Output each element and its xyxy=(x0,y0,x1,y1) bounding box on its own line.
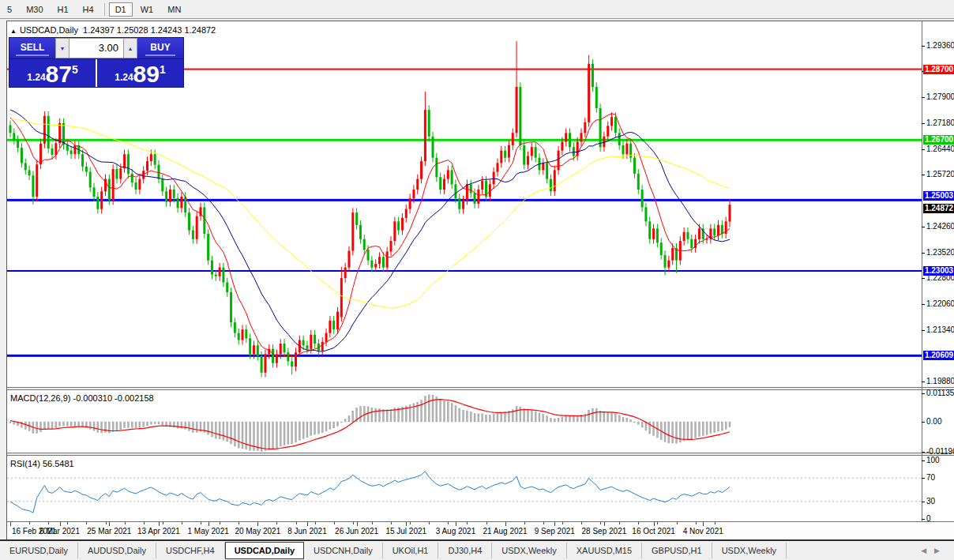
date-tick-mark xyxy=(654,522,655,526)
date-minor-tick xyxy=(600,522,601,524)
tab-usdchf-h4[interactable]: USDCHF,H4 xyxy=(156,543,225,558)
sell-price[interactable]: 1.24875 xyxy=(9,59,97,87)
tab-dj30-h4[interactable]: DJ30,H4 xyxy=(438,543,492,558)
rsi-tick-mark xyxy=(922,519,925,520)
timeframe-button-m30[interactable]: M30 xyxy=(20,2,49,17)
tab-gbpusd-h1[interactable]: GBPUSD,H1 xyxy=(642,543,712,558)
price-axis-label: 1.24260 xyxy=(926,222,954,231)
macd-axis-label: -0.01190 xyxy=(926,447,954,456)
date-minor-tick xyxy=(715,522,716,524)
tab-xauusd-m15[interactable]: XAUUSD,M15 xyxy=(567,543,642,558)
price-tick-mark xyxy=(922,304,925,305)
one-click-trade-panel: SELL ▼ 3.00 ▲ BUY 1.24875 1.24891 xyxy=(9,37,184,88)
timeframe-button-h4[interactable]: H4 xyxy=(77,2,100,17)
spinner-up-icon: ▲ xyxy=(128,46,133,51)
date-minor-tick xyxy=(86,522,87,524)
price-axis-label: 1.23520 xyxy=(926,248,954,257)
buy-button[interactable]: BUY xyxy=(137,38,183,58)
tab-scroll-left-icon[interactable]: ◀ xyxy=(921,547,934,554)
date-minor-tick xyxy=(353,522,354,524)
rsi-panel[interactable] xyxy=(7,456,922,521)
date-tick-mark xyxy=(456,522,456,526)
volume-decrease-button[interactable]: ▼ xyxy=(55,38,69,58)
tab-scroll-arrows: ◀▶ xyxy=(921,547,954,554)
volume-increase-button[interactable]: ▲ xyxy=(123,38,137,58)
date-minor-tick xyxy=(182,522,182,524)
date-tick-mark xyxy=(10,522,11,526)
tab-usdcnh-daily[interactable]: USDCNH,Daily xyxy=(304,543,383,558)
price-level-badge: 1.25003 xyxy=(923,191,954,201)
price-tick-mark xyxy=(922,149,925,150)
panel-collapse-icon[interactable]: ▲ xyxy=(10,28,17,35)
price-axis-label: 1.27180 xyxy=(926,118,954,127)
buy-price[interactable]: 1.24891 xyxy=(97,59,183,87)
volume-input[interactable]: 3.00 xyxy=(69,38,123,58)
date-axis[interactable]: 16 Feb 20216 Mar 202125 Mar 202113 Apr 2… xyxy=(7,521,954,540)
rsi-tick-mark xyxy=(922,460,925,461)
tab-usdx-weekly[interactable]: USDX,Weekly xyxy=(492,543,566,558)
price-level-badge: 1.28700 xyxy=(923,65,954,74)
tab-usdcad-daily[interactable]: USDCAD,Daily xyxy=(225,542,304,559)
rsi-axis-label: 0 xyxy=(926,514,931,523)
price-axis-label: 1.27900 xyxy=(926,92,954,101)
date-tick-mark xyxy=(257,522,258,526)
rsi-axis-label: 30 xyxy=(926,497,935,506)
timeframe-button-5[interactable]: 5 xyxy=(1,2,18,17)
tab-scroll-right-icon[interactable]: ▶ xyxy=(934,547,948,554)
date-tick-mark xyxy=(703,522,704,526)
chart-title: ▲USDCAD,Daily 1.24397 1.25028 1.24243 1.… xyxy=(10,25,216,35)
date-minor-tick xyxy=(638,522,639,524)
macd-tick-mark xyxy=(922,422,925,423)
chart-symbol-label: USDCAD,Daily xyxy=(20,25,78,35)
date-minor-tick xyxy=(334,522,335,524)
date-minor-tick xyxy=(448,522,449,524)
date-tick-mark xyxy=(604,522,605,526)
timeframe-button-d1[interactable]: D1 xyxy=(109,2,133,17)
price-tick-mark xyxy=(922,330,925,331)
price-axis-label: 1.26440 xyxy=(926,145,954,153)
date-minor-tick xyxy=(562,522,563,524)
macd-tick-mark xyxy=(922,452,925,453)
price-axis-label: 1.29360 xyxy=(926,41,954,50)
date-minor-tick xyxy=(677,522,678,524)
date-minor-tick xyxy=(657,522,658,524)
date-axis-label: 6 Mar 2021 xyxy=(39,527,80,536)
date-axis-label: 28 Sep 2021 xyxy=(582,527,627,536)
date-minor-tick xyxy=(238,522,239,524)
date-axis-label: 9 Sep 2021 xyxy=(535,527,575,536)
date-minor-tick xyxy=(106,522,107,524)
date-minor-tick xyxy=(163,522,163,524)
date-minor-tick xyxy=(315,522,316,524)
tab-ukoil-h1[interactable]: UKOil,H1 xyxy=(383,543,439,558)
timeframe-button-mn[interactable]: MN xyxy=(161,2,187,17)
date-axis-label: 3 Aug 2021 xyxy=(436,527,476,536)
price-axis-label: 1.22060 xyxy=(926,299,954,308)
date-minor-tick xyxy=(48,522,49,524)
macd-axis-label: 0.00 xyxy=(926,417,941,426)
timeframe-button-h1[interactable]: H1 xyxy=(51,2,75,17)
date-minor-tick xyxy=(391,522,392,524)
date-tick-mark xyxy=(505,522,506,526)
tab-usdx-weekly[interactable]: USDX,Weekly xyxy=(712,543,787,558)
date-minor-tick xyxy=(201,522,201,524)
price-tick-mark xyxy=(922,46,925,47)
date-minor-tick xyxy=(410,522,411,524)
date-minor-tick xyxy=(524,522,525,524)
timeframe-toolbar: 5M30H1H4D1W1MN xyxy=(0,0,954,19)
date-tick-mark xyxy=(208,522,209,526)
timeframe-button-w1[interactable]: W1 xyxy=(134,2,160,17)
sell-button[interactable]: SELL xyxy=(9,38,55,58)
tab-eurusd-daily[interactable]: EURUSD,Daily xyxy=(0,543,78,558)
date-minor-tick xyxy=(543,522,544,524)
date-minor-tick xyxy=(29,522,30,524)
macd-axis-label: 0.01135 xyxy=(926,389,954,397)
date-minor-tick xyxy=(67,522,68,524)
date-axis-label: 1 May 2021 xyxy=(187,527,228,536)
date-axis-label: 16 Oct 2021 xyxy=(632,527,674,536)
date-axis-label: 26 Jun 2021 xyxy=(335,527,378,536)
date-minor-tick xyxy=(372,522,373,524)
price-tick-mark xyxy=(922,227,925,227)
toolbar-separator xyxy=(104,3,105,16)
date-axis-label: 25 Mar 2021 xyxy=(87,527,131,536)
tab-audusd-daily[interactable]: AUDUSD,Daily xyxy=(78,543,156,558)
